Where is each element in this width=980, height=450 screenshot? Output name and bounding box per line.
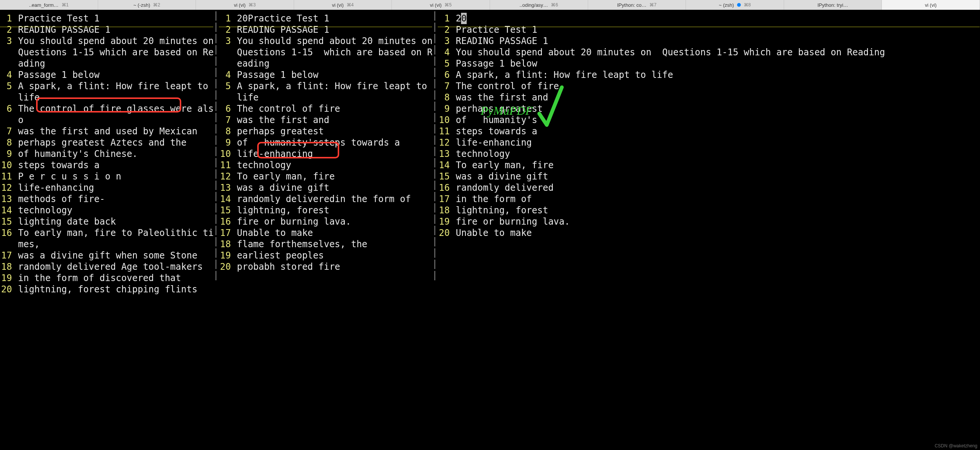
line-text: earliest peoples [234,250,438,261]
line-text: The control of fire glasses were also [15,103,218,126]
line-text: fire or burning lava. [453,216,980,227]
tab-7[interactable]: IPython: co… ⌘7 [588,0,686,10]
line-text: Passage 1 below [15,69,218,80]
line-text: perhaps greatest Aztecs and the [15,137,218,148]
editor-line: 18randomly delivered Age tool-makers [0,261,218,273]
scrollbar[interactable]: |||||||||||||||||||||||| [432,10,438,450]
scrollbar-pip: | [213,270,218,281]
line-number: 13 [219,182,234,193]
line-number: 17 [438,193,453,205]
line-text: Practice Test 1 [15,13,218,24]
editor-split-panes: 1Practice Test 12READING PASSAGE 13You s… [0,10,980,450]
tab-2[interactable]: ~ (-zsh) ⌘2 [98,0,196,10]
editor-line: 18flame forthemselves, the [219,239,438,250]
tab-9[interactable]: IPython: tryi… [784,0,882,10]
scrollbar-pip: | [213,32,218,44]
line-text: randomly deliveredin the form of [234,193,438,205]
line-text: Unable to make [453,227,980,239]
editor-pane-middle[interactable]: 120Practice Test 12READING PASSAGE 13You… [219,10,438,450]
editor-line: 13technology [438,148,980,160]
scrollbar-pip: | [432,21,438,32]
line-text: To early man, fire [234,171,438,182]
scrollbar-pip: | [432,247,438,258]
line-number: 14 [0,205,15,216]
scrollbar-pip: | [213,224,218,236]
line-text: You should spend about 20 minutes on Que… [234,35,438,69]
scrollbar-pip: | [432,179,438,190]
line-number: 18 [0,261,15,273]
tab-1[interactable]: ..eam_form… ⌘1 [0,0,98,10]
editor-line: 6A spark, a flint: How fire leapt to lif… [438,69,980,80]
line-text: technology [234,160,438,171]
tab-5[interactable]: vi (vi) ⌘5 [392,0,490,10]
scrollbar-pip: | [213,134,218,145]
tab-label: vi (vi) [332,2,344,8]
line-text: A spark, a flint: How fire leapt to life [234,80,438,103]
tab-6[interactable]: ..oding/asy… ⌘6 [490,0,588,10]
tab-label: IPython: tryi… [818,2,848,8]
line-number: 7 [438,80,453,92]
line-text: probabh stored fire [234,261,438,273]
line-number: 13 [0,193,15,205]
line-number: 6 [219,103,234,114]
scrollbar-pip: | [432,224,438,236]
line-text: technology [453,148,980,160]
tab-label: vi (vi) [430,2,441,8]
editor-line: 10steps towards a [0,160,218,171]
line-text: 20 [453,13,980,24]
scrollbar-pip: | [213,100,218,112]
line-number: 6 [0,103,15,114]
line-text: in the form of discovered that [15,273,218,284]
tab-shortcut: ⌘6 [551,2,558,8]
scrollbar-pip: | [213,236,218,247]
line-number: 2 [0,24,15,35]
tab-3[interactable]: vi (vi) ⌘3 [196,0,294,10]
scrollbar-pip: | [432,89,438,100]
editor-line: 20probabh stored fire [219,261,438,273]
line-text: flame forthemselves, the [234,239,438,250]
line-number: 2 [219,24,234,35]
tab-4[interactable]: vi (vi) ⌘4 [294,0,392,10]
line-text: lighting date back [15,216,218,227]
line-number: 11 [0,171,15,182]
line-number: 17 [0,250,15,261]
scrollbar[interactable]: |||||||||||||||||||||||| [213,10,218,450]
scrollbar-pip: | [432,190,438,202]
scrollbar-pip: | [432,32,438,44]
editor-line: 17Unable to make [219,227,438,239]
scrollbar-pip: | [213,10,218,21]
editor-line: 12life-enhancing [0,182,218,193]
tab-label: vi (vi) [234,2,245,8]
line-number: 2 [438,24,453,35]
scrollbar-pip: | [213,55,218,66]
editor-line: 13was a divine gift [219,182,438,193]
editor-pane-right[interactable]: 1202Practice Test 13READING PASSAGE 14Yo… [438,10,980,450]
tab-8[interactable]: ~ (zsh) ⌘8 [686,0,784,10]
editor-line: 15lighting date back [0,216,218,227]
line-text: was a divine gift [453,171,980,182]
line-text: in the form of [453,193,980,205]
scrollbar-pip: | [213,258,218,270]
editor-line: 7was the first and [219,114,438,126]
editor-line: 9of humanity's Chinese. [0,148,218,160]
editor-line: 20Unable to make [438,227,980,239]
scrollbar-pip: | [213,156,218,168]
line-text: 20Practice Test 1 [234,13,438,24]
editor-line: 2Practice Test 1 [438,24,980,35]
editor-pane-left[interactable]: 1Practice Test 12READING PASSAGE 13You s… [0,10,219,450]
line-text: To early man, fire to Paleolithic times, [15,227,218,250]
line-number: 8 [438,92,453,103]
tab-10-active[interactable]: vi (vi) [882,0,980,10]
scrollbar-pip: | [213,247,218,258]
editor-line: 15lightning, forest [219,205,438,216]
line-text: lightning, forest [453,205,980,216]
scrollbar-pip: | [213,123,218,134]
tab-shortcut: ⌘5 [444,2,452,8]
line-text: of humanity'ssteps towards a [234,137,438,148]
line-text: steps towards a [453,126,980,137]
editor-line: 7was the first and used by Mexican [0,126,218,137]
line-number: 4 [438,47,453,58]
scrollbar-pip: | [213,179,218,190]
line-number: 13 [438,148,453,160]
line-number: 11 [438,126,453,137]
